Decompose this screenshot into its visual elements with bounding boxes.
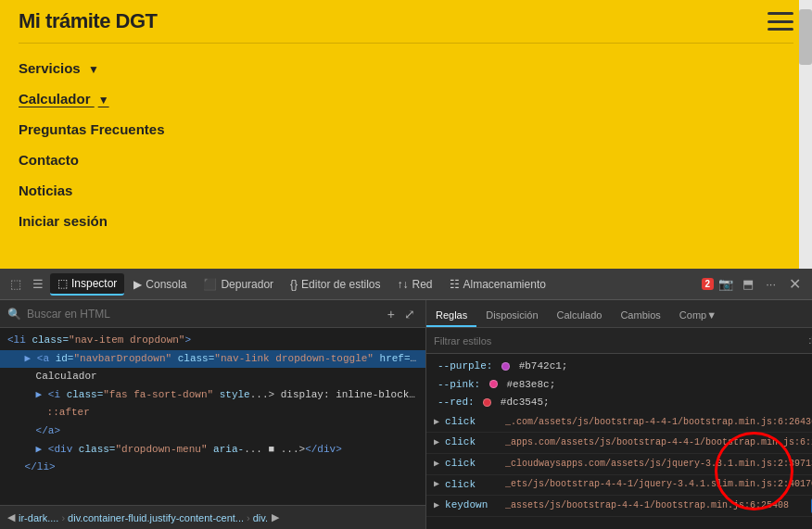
- inspector-picker-icon[interactable]: ⬚: [6, 274, 26, 295]
- red-tab-icon: ↑↓: [398, 278, 409, 291]
- css-filter-bar: :hov .cls + ☀ ☾: [426, 328, 812, 354]
- scrollbar-track: [799, 0, 812, 269]
- event-type-label: click: [445, 477, 505, 494]
- search-actions: + ⤢: [385, 306, 418, 322]
- html-line-1[interactable]: <li class="nav-item dropdown">: [0, 332, 425, 350]
- tab-red[interactable]: ↑↓ Red: [390, 274, 440, 295]
- nav-servicios[interactable]: Servicios ▼: [19, 53, 793, 83]
- breadcrumb-text: ir-dark....: [19, 512, 58, 523]
- css-panel: Reglas Disposición Calculado Cambios Com…: [426, 300, 812, 529]
- almacenamiento-icon: ☷: [450, 278, 460, 291]
- html-line-2[interactable]: ▶ <a id="navbarDropdown" class="nav-link…: [0, 350, 425, 369]
- event-source-text: _assets/js/bootstrap-4-4-1/bootstrap.min…: [505, 498, 807, 513]
- event-expand-arrow[interactable]: ▶: [434, 498, 439, 513]
- event-row-click-2[interactable]: ▶ click _apps.com/assets/js/bootstrap-4-…: [426, 433, 812, 454]
- tab-disposicion[interactable]: Disposición: [476, 305, 547, 327]
- event-expand-arrow[interactable]: ▶: [434, 435, 439, 450]
- html-line-7[interactable]: ▶ <div class="dropdown-menu" aria-... ■ …: [0, 441, 425, 460]
- event-type-label: click: [445, 456, 505, 472]
- nav-contacto[interactable]: Contacto: [19, 145, 793, 175]
- html-panel: 🔍 + ⤢ <li class="nav-item dropdown"> ▶ <…: [0, 300, 426, 529]
- event-type-label: click: [445, 414, 505, 431]
- tab-cambios[interactable]: Cambios: [611, 305, 669, 327]
- search-bar: 🔍 + ⤢: [0, 300, 425, 328]
- tab-comp[interactable]: Comp▼: [670, 305, 726, 327]
- breadcrumb-segment-2[interactable]: div.: [253, 512, 268, 523]
- nav-noticias[interactable]: Noticias: [19, 175, 793, 206]
- scrollbar-thumb[interactable]: [799, 9, 812, 65]
- html-line-6[interactable]: </a>: [0, 422, 425, 441]
- devtools-panel: ⬚ ☰ ⬚ Inspector ▶ Consola ⬛ Depurador {}…: [0, 269, 812, 529]
- css-panel-tabs: Reglas Disposición Calculado Cambios Com…: [426, 300, 812, 328]
- tab-almacenamiento[interactable]: ☷ Almacenamiento: [442, 274, 553, 295]
- tab-calculado[interactable]: Calculado: [548, 305, 612, 327]
- event-source-text: _.com/assets/js/bootstrap-4-4-1/bootstra…: [505, 415, 812, 430]
- html-line-3[interactable]: Calculador: [0, 368, 425, 386]
- nav-calculador[interactable]: Calculador ▼: [19, 83, 793, 114]
- nav-header: Mi trámite DGT: [0, 0, 812, 43]
- breadcrumb-bar: ◀ ir-dark.... › div.container-fluid.just…: [0, 505, 425, 529]
- css-rules-view: --purple: #b742c1; --pink: #e83e8c; --re…: [426, 354, 812, 529]
- nav-iniciar-sesion[interactable]: Iniciar sesión: [19, 206, 793, 236]
- close-devtools-button[interactable]: ✕: [783, 273, 806, 295]
- nav-menu: Servicios ▼ Calculador ▼ Preguntas Frecu…: [0, 44, 812, 246]
- hov-filter[interactable]: :hov: [806, 334, 812, 346]
- editor-estilos-icon: {}: [290, 278, 298, 291]
- event-row-click-3[interactable]: ▶ click _cloudwaysapps.com/assets/js/jqu…: [426, 454, 812, 475]
- tab-consola[interactable]: ▶ Consola: [126, 274, 194, 295]
- breadcrumb-arrow-left[interactable]: ◀: [7, 511, 15, 523]
- html-line-8[interactable]: </li>: [0, 459, 425, 477]
- breadcrumb-arrow-right[interactable]: ▶: [272, 511, 279, 523]
- search-icon: 🔍: [7, 308, 21, 321]
- color-dot-purple[interactable]: [501, 362, 510, 371]
- event-row-click-1[interactable]: ▶ click _.com/assets/js/bootstrap-4-4-1/…: [426, 412, 812, 434]
- color-dot-red[interactable]: [483, 398, 491, 407]
- tab-inspector[interactable]: ⬚ Inspector: [50, 273, 124, 296]
- css-var-red: --red: #dc3545;: [426, 394, 812, 412]
- tab-reglas[interactable]: Reglas: [426, 305, 476, 327]
- event-row-keydown[interactable]: ▶ keydown _assets/js/bootstrap-4-4-1/boo…: [426, 496, 812, 517]
- site-logo: Mi trámite DGT: [19, 9, 157, 33]
- event-type-label: keydown: [445, 498, 505, 514]
- event-row-click-4[interactable]: ▶ click _ets/js/bootstrap-4-4-1/jquery-3…: [426, 475, 812, 497]
- website-preview: Mi trámite DGT Servicios ▼ Calculador ▼ …: [0, 0, 812, 269]
- event-source-text: _apps.com/assets/js/bootstrap-4-4-1/boot…: [505, 435, 812, 450]
- html-line-4[interactable]: ▶ <i class="fas fa-sort-down" style...> …: [0, 386, 425, 405]
- event-expand-arrow[interactable]: ▶: [434, 477, 439, 492]
- color-dot-pink[interactable]: [489, 380, 498, 388]
- screenshot-icon[interactable]: 📷: [716, 274, 736, 295]
- breadcrumb-segment-1[interactable]: div.container-fluid.justify-content-cent…: [68, 512, 244, 523]
- event-expand-arrow[interactable]: ▶: [434, 415, 439, 430]
- search-options-button[interactable]: ⤢: [401, 306, 418, 322]
- css-var-purple: --purple: #b742c1;: [426, 358, 812, 376]
- add-node-button[interactable]: +: [385, 306, 398, 322]
- error-badge[interactable]: 2: [702, 278, 715, 290]
- depurador-tab-icon: ⬛: [203, 278, 217, 291]
- nav-preguntas[interactable]: Preguntas Frecuentes: [19, 114, 793, 145]
- tab-depurador[interactable]: ⬛ Depurador: [196, 274, 281, 295]
- tab-editor-estilos[interactable]: {} Editor de estilos: [283, 274, 387, 295]
- inspector-tab-icon: ⬚: [57, 277, 68, 290]
- responsive-mode-icon[interactable]: ☰: [28, 274, 48, 295]
- consola-tab-icon: ▶: [133, 278, 142, 291]
- devtools-toolbar: ⬚ ☰ ⬚ Inspector ▶ Consola ⬛ Depurador {}…: [0, 269, 812, 300]
- filter-options: :hov .cls + ☀ ☾: [806, 334, 812, 348]
- more-options-button[interactable]: ···: [760, 275, 781, 293]
- css-var-pink: --pink: #e83e8c;: [426, 376, 812, 395]
- event-source-text: _ets/js/bootstrap-4-4-1/jquery-3.4.1.sli…: [505, 477, 812, 492]
- dock-icon[interactable]: ⬒: [738, 274, 758, 295]
- css-filter-input[interactable]: [434, 335, 800, 346]
- event-expand-arrow[interactable]: ▶: [434, 457, 439, 472]
- event-source-text: _cloudwaysapps.com/assets/js/jquery-3.3.…: [505, 457, 812, 472]
- search-html-input[interactable]: [27, 308, 379, 321]
- html-code-view: <li class="nav-item dropdown"> ▶ <a id="…: [0, 328, 425, 505]
- event-type-label: click: [445, 435, 505, 451]
- hamburger-button[interactable]: [768, 12, 793, 31]
- html-line-5[interactable]: ::after: [0, 404, 425, 422]
- devtools-content: 🔍 + ⤢ <li class="nav-item dropdown"> ▶ <…: [0, 300, 812, 529]
